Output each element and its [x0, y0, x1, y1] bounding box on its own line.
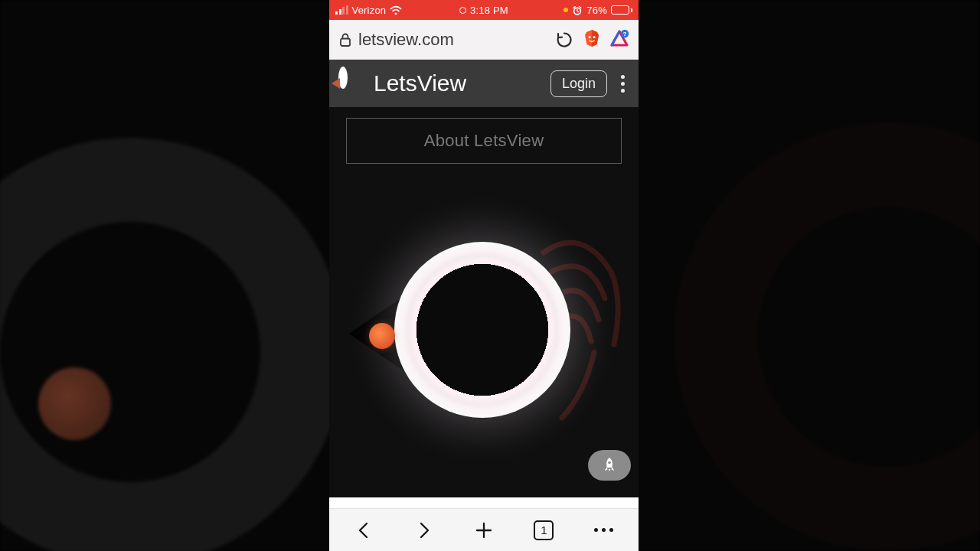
site-header: LetsView Login	[329, 60, 639, 107]
bg-ring-left	[0, 138, 345, 551]
svg-rect-1	[341, 38, 350, 46]
more-dots-icon	[594, 528, 613, 532]
browser-bottom-nav: 1	[329, 508, 639, 551]
rocket-icon	[602, 456, 617, 474]
login-button[interactable]: Login	[550, 70, 607, 97]
screen-record-icon	[459, 7, 466, 14]
svg-text:?: ?	[623, 31, 627, 37]
wifi-icon	[390, 5, 402, 15]
status-right: 76%	[534, 5, 632, 16]
svg-point-3	[593, 35, 595, 37]
tab-count-label: 1	[534, 520, 554, 540]
bg-dot-left	[38, 367, 111, 440]
page-bottom-strip	[329, 497, 639, 508]
scroll-top-button[interactable]	[588, 450, 631, 481]
carrier-label: Verizon	[352, 5, 387, 16]
status-bar: Verizon 3:18 PM 76%	[329, 0, 639, 20]
reload-button[interactable]	[554, 30, 574, 50]
lock-icon	[338, 32, 352, 47]
hero-orange-dot	[369, 323, 395, 349]
indicator-dot-icon	[564, 8, 568, 12]
browser-address-bar: letsview.com ?	[329, 20, 639, 60]
url-field[interactable]: letsview.com	[338, 30, 547, 50]
bg-ring-right	[674, 122, 980, 551]
clock-label: 3:18 PM	[470, 5, 508, 16]
brave-shield-icon[interactable]	[582, 28, 602, 51]
new-tab-button[interactable]	[469, 515, 499, 546]
menu-kebab-icon[interactable]	[618, 72, 628, 96]
back-button[interactable]	[348, 515, 379, 546]
about-button[interactable]: About LetsView	[346, 118, 622, 164]
tabs-button[interactable]: 1	[528, 515, 559, 546]
page-content: About LetsView	[329, 107, 639, 497]
svg-point-6	[608, 461, 611, 465]
cell-signal-icon	[335, 5, 348, 15]
battery-icon	[611, 5, 632, 15]
status-left: Verizon	[335, 5, 434, 16]
status-center: 3:18 PM	[434, 5, 533, 16]
phone-frame: Verizon 3:18 PM 76% letsvie	[329, 0, 639, 551]
hero-graphic	[329, 184, 639, 497]
svg-point-2	[588, 35, 590, 37]
hero-ring-inner	[394, 242, 570, 418]
extension-icon[interactable]: ?	[609, 28, 629, 51]
alarm-icon	[572, 5, 583, 15]
url-text: letsview.com	[358, 30, 454, 50]
more-button[interactable]	[589, 515, 619, 546]
letsview-logo-icon[interactable]	[338, 71, 363, 96]
battery-pct-label: 76%	[586, 5, 607, 16]
site-title: LetsView	[374, 70, 540, 96]
forward-button[interactable]	[409, 515, 439, 546]
